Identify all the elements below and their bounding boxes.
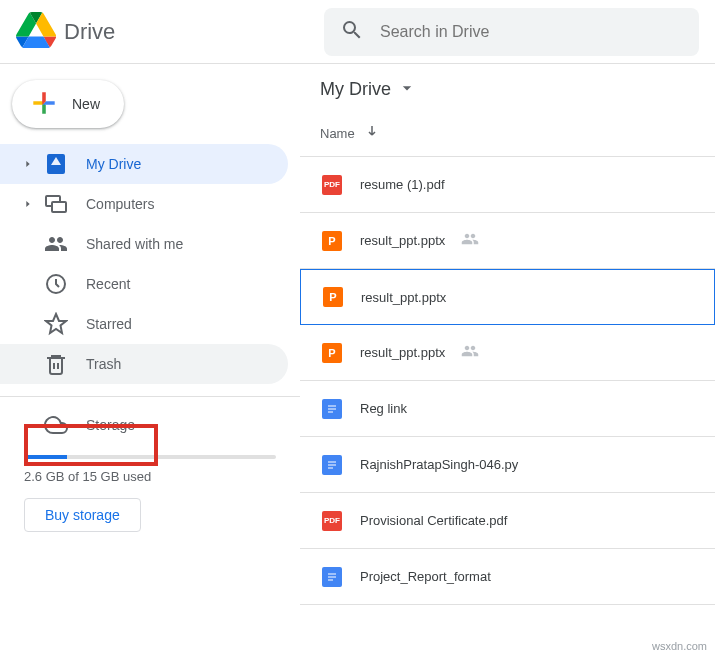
breadcrumb-text: My Drive bbox=[320, 79, 391, 100]
file-name: Project_Report_format bbox=[360, 569, 491, 584]
search-input[interactable] bbox=[380, 23, 683, 41]
shared-icon bbox=[44, 232, 68, 256]
plus-icon bbox=[28, 87, 60, 122]
mydrive-icon bbox=[44, 152, 68, 176]
file-type-icon: P bbox=[321, 285, 345, 309]
shared-icon bbox=[461, 230, 479, 251]
file-row[interactable]: RajnishPratapSingh-046.py bbox=[300, 437, 715, 493]
sidebar-item-label: Computers bbox=[86, 196, 154, 212]
storage-bar bbox=[24, 455, 276, 459]
sidebar-item-label: My Drive bbox=[86, 156, 141, 172]
pdf-icon: PDF bbox=[322, 175, 342, 195]
storage-usage-text: 2.6 GB of 15 GB used bbox=[24, 469, 276, 484]
app-name: Drive bbox=[64, 19, 115, 45]
file-type-icon bbox=[320, 397, 344, 421]
sidebar-item-label: Recent bbox=[86, 276, 130, 292]
file-name: result_ppt.pptx bbox=[361, 290, 446, 305]
file-type-icon bbox=[320, 565, 344, 589]
sidebar-item-storage[interactable]: Storage bbox=[0, 405, 288, 445]
sidebar-item-my-drive[interactable]: My Drive bbox=[0, 144, 288, 184]
file-row[interactable]: PDFresume (1).pdf bbox=[300, 157, 715, 213]
search-box[interactable] bbox=[324, 8, 699, 56]
search-icon[interactable] bbox=[340, 18, 364, 45]
starred-icon bbox=[44, 312, 68, 336]
sidebar-item-recent[interactable]: Recent bbox=[0, 264, 288, 304]
sort-arrow-down-icon[interactable] bbox=[363, 123, 381, 144]
storage-label: Storage bbox=[86, 417, 135, 433]
file-type-icon bbox=[320, 453, 344, 477]
file-row[interactable]: Presult_ppt.pptx bbox=[300, 213, 715, 269]
file-row[interactable]: Project_Report_format bbox=[300, 549, 715, 605]
pdf-icon: PDF bbox=[322, 511, 342, 531]
shared-icon bbox=[461, 342, 479, 363]
slides-icon: P bbox=[322, 231, 342, 251]
divider bbox=[0, 396, 300, 397]
svg-rect-1 bbox=[52, 202, 66, 212]
file-type-icon: PDF bbox=[320, 173, 344, 197]
logo-region[interactable]: Drive bbox=[16, 10, 316, 53]
main-content: My Drive Name PDFresume (1).pdfPresult_p… bbox=[300, 64, 715, 656]
file-type-icon: PDF bbox=[320, 509, 344, 533]
new-button-label: New bbox=[72, 96, 100, 112]
docs-icon bbox=[322, 399, 342, 419]
buy-storage-button[interactable]: Buy storage bbox=[24, 498, 141, 532]
file-name: Reg link bbox=[360, 401, 407, 416]
expand-triangle-icon[interactable] bbox=[22, 199, 34, 209]
sidebar-item-label: Shared with me bbox=[86, 236, 183, 252]
sidebar: New My DriveComputersShared with meRecen… bbox=[0, 64, 300, 656]
file-type-icon: P bbox=[320, 229, 344, 253]
sidebar-item-shared-with-me[interactable]: Shared with me bbox=[0, 224, 288, 264]
header: Drive bbox=[0, 0, 715, 64]
nav-list: My DriveComputersShared with meRecentSta… bbox=[0, 140, 300, 388]
column-name-label: Name bbox=[320, 126, 355, 141]
recent-icon bbox=[44, 272, 68, 296]
drive-logo-icon bbox=[16, 10, 56, 53]
file-row[interactable]: Presult_ppt.pptx bbox=[300, 325, 715, 381]
file-list: PDFresume (1).pdfPresult_ppt.pptxPresult… bbox=[300, 157, 715, 656]
file-name: Provisional Certificate.pdf bbox=[360, 513, 507, 528]
computers-icon bbox=[44, 192, 68, 216]
column-header[interactable]: Name bbox=[300, 115, 715, 157]
cloud-icon bbox=[44, 413, 68, 437]
file-type-icon: P bbox=[320, 341, 344, 365]
trash-icon bbox=[44, 352, 68, 376]
sidebar-item-label: Trash bbox=[86, 356, 121, 372]
expand-triangle-icon[interactable] bbox=[22, 159, 34, 169]
file-row[interactable]: Reg link bbox=[300, 381, 715, 437]
storage-fill bbox=[24, 455, 67, 459]
file-name: resume (1).pdf bbox=[360, 177, 445, 192]
file-row[interactable]: PDFProvisional Certificate.pdf bbox=[300, 493, 715, 549]
storage-section: 2.6 GB of 15 GB used Buy storage bbox=[0, 445, 300, 532]
breadcrumb[interactable]: My Drive bbox=[300, 64, 715, 115]
docs-icon bbox=[322, 567, 342, 587]
file-name: result_ppt.pptx bbox=[360, 233, 445, 248]
slides-icon: P bbox=[323, 287, 343, 307]
file-name: result_ppt.pptx bbox=[360, 345, 445, 360]
sidebar-item-label: Starred bbox=[86, 316, 132, 332]
file-row[interactable]: Presult_ppt.pptx bbox=[300, 269, 715, 325]
watermark: wsxdn.com bbox=[652, 640, 707, 652]
sidebar-item-starred[interactable]: Starred bbox=[0, 304, 288, 344]
docs-icon bbox=[322, 455, 342, 475]
slides-icon: P bbox=[322, 343, 342, 363]
file-name: RajnishPratapSingh-046.py bbox=[360, 457, 518, 472]
sidebar-item-computers[interactable]: Computers bbox=[0, 184, 288, 224]
chevron-down-icon bbox=[397, 78, 417, 101]
sidebar-item-trash[interactable]: Trash bbox=[0, 344, 288, 384]
new-button[interactable]: New bbox=[12, 80, 124, 128]
